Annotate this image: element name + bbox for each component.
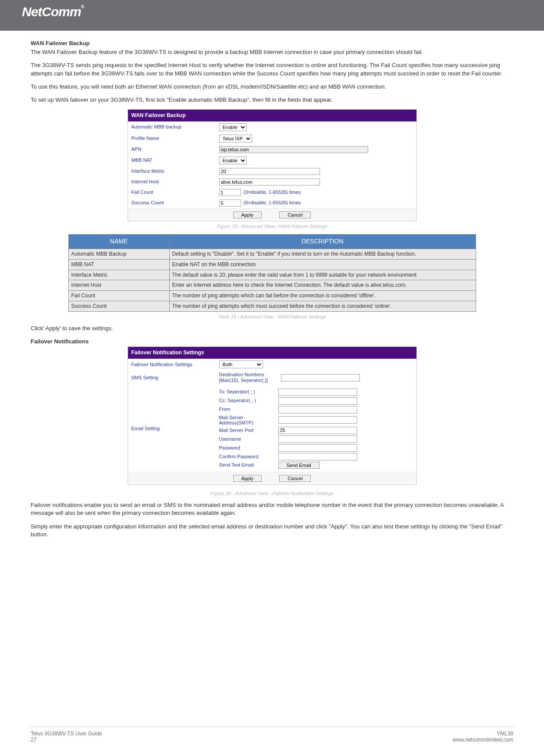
paragraph: To set up WAN failover on your 3G38WV-TS…: [31, 96, 513, 104]
notif-setting-label: Failover Notification Settings: [132, 361, 219, 368]
failover-notification-panel: Failover Notification Settings Failover …: [128, 346, 417, 485]
confirm-password-input[interactable]: [278, 453, 357, 460]
failcount-label: Fail Count: [132, 189, 219, 196]
auto-backup-select[interactable]: Enable: [219, 123, 247, 131]
successcount-input[interactable]: [219, 200, 241, 207]
cc-label: Cc: Seperator( , ): [219, 397, 278, 404]
paragraph: To use this feature, you will need both …: [31, 83, 513, 91]
cancel-button[interactable]: Cancel: [279, 211, 311, 218]
footer-doc-code: YML38: [452, 731, 513, 737]
cc-input[interactable]: [278, 397, 357, 405]
send-test-label: Send Test Email: [219, 462, 278, 468]
panel-title: WAN Failover Backup: [128, 110, 416, 121]
port-input[interactable]: [278, 427, 357, 434]
paragraph: The WAN Failover Backup feature of the 3…: [31, 48, 513, 56]
table-row: Internet HostEnter an Internet address h…: [68, 280, 476, 291]
footer-url: www.netcommlimited.com: [452, 737, 513, 743]
auto-backup-label: Automatic MBB backup: [132, 124, 219, 130]
table-caption: Table 16 - Advanced View - WAN Failover …: [31, 314, 513, 320]
paragraph: The 3G38WV-TS sends ping requests to the…: [31, 61, 513, 77]
figure-caption: Figure 34 - Advanced View - Failover Not…: [31, 490, 513, 497]
profile-select[interactable]: Telus ISP: [219, 135, 252, 143]
sms-dest-input[interactable]: [281, 374, 360, 382]
successcount-label: Success Count: [132, 200, 219, 206]
username-input[interactable]: [278, 435, 357, 443]
wan-failover-title: WAN Failover Backup: [31, 39, 513, 47]
sms-dest-label: Destination Numbers [Max(10), Seperator(…: [219, 372, 278, 383]
host-input[interactable]: [219, 178, 320, 185]
send-email-button[interactable]: Send Email: [278, 462, 320, 469]
description-table: NAME DESCRIPTION Automatic MBB BackupDef…: [68, 234, 476, 311]
table-row: Automatic MBB BackupDefault setting is "…: [68, 249, 476, 259]
apply-button[interactable]: Apply: [233, 475, 262, 482]
password-label: Password: [219, 445, 278, 451]
paragraph: Simply enter the appropriate configurati…: [31, 523, 513, 538]
paragraph: Failover notifications enable you to sen…: [31, 501, 513, 517]
sms-setting-label: SMS Setting: [132, 374, 219, 381]
to-input[interactable]: [278, 389, 357, 396]
click-apply-text: Click' Apply' to save the settings.: [31, 325, 513, 332]
metric-input[interactable]: [219, 168, 320, 175]
password-input[interactable]: [278, 444, 357, 452]
apn-label: APN: [132, 146, 219, 153]
failcount-hint: (0=disable, 1-65535) times: [244, 189, 301, 196]
logo: NetComm®: [22, 4, 84, 19]
successcount-hint: (0=disable, 1-65535) times: [244, 200, 301, 206]
from-label: From: [219, 406, 278, 413]
table-row: Fail CountThe number of ping attempts wh…: [68, 291, 476, 301]
notif-setting-select[interactable]: Both: [219, 360, 263, 368]
wan-failover-panel: WAN Failover Backup Automatic MBB backup…: [128, 109, 417, 221]
failcount-input[interactable]: [219, 189, 241, 196]
mbbnat-label: MBB NAT: [132, 157, 219, 164]
port-label: Mail Server Port: [219, 427, 278, 434]
page-footer: Telus 3G38WV-TS User Guide 27 YML38 www.…: [31, 727, 513, 743]
figure-caption: Figure 33 - Advanced View - WAN Failover…: [31, 223, 513, 230]
logo-text: NetComm: [22, 4, 81, 19]
table-row: Success CountThe number of ping attempts…: [68, 301, 476, 311]
smtp-label: Mail Server Address(SMTP): [219, 415, 278, 425]
username-label: Username: [219, 436, 278, 442]
registered-mark: ®: [81, 4, 84, 9]
apply-button[interactable]: Apply: [233, 211, 262, 218]
apn-input[interactable]: [219, 146, 368, 153]
confirm-password-label: Confirm Password: [219, 453, 278, 460]
cancel-button[interactable]: Cancel: [279, 475, 311, 482]
to-label: To: Seperator( ; ): [219, 389, 278, 395]
metric-label: Interface Metric: [132, 168, 219, 175]
panel-title: Failover Notification Settings: [128, 347, 416, 359]
mbbnat-select[interactable]: Enable: [219, 157, 247, 164]
table-head-desc: DESCRIPTION: [169, 235, 476, 249]
smtp-input[interactable]: [278, 416, 357, 424]
header-band: NetComm®: [0, 0, 544, 31]
footer-page-number: 27: [31, 737, 102, 743]
footer-doc-title: Telus 3G38WV-TS User Guide: [31, 731, 102, 737]
table-row: MBB NATEnable NAT on the MBB connection: [68, 259, 476, 270]
table-row: Interface MetricThe default value is 20;…: [68, 270, 476, 280]
failover-notif-title: Failover Notifications: [31, 338, 513, 346]
profile-label: Profile Name: [132, 135, 219, 142]
table-head-name: NAME: [68, 235, 169, 249]
email-setting-label: Email Setting: [132, 425, 219, 432]
from-input[interactable]: [278, 406, 357, 414]
host-label: Internet Host: [132, 178, 219, 185]
